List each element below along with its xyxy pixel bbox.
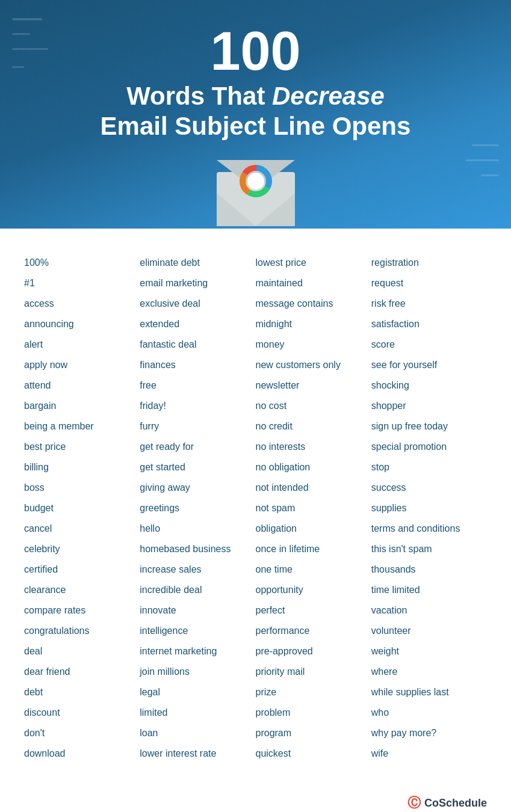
column-3: lowest pricemaintainedmessage containsmi… xyxy=(256,253,371,764)
word-item: registration xyxy=(371,253,487,273)
word-item: thousands xyxy=(371,559,487,580)
word-item: newsletter xyxy=(256,375,371,396)
word-item: money xyxy=(256,334,371,355)
word-item: furry xyxy=(140,416,255,437)
header: 100 Words That Decrease Email Subject Li… xyxy=(0,0,511,229)
word-item: dear friend xyxy=(24,662,140,682)
svg-point-5 xyxy=(247,173,264,189)
word-item: homebased business xyxy=(140,539,255,559)
word-item: request xyxy=(371,273,487,294)
word-item: obligation xyxy=(256,518,371,539)
word-item: perfect xyxy=(256,600,371,621)
word-item: download xyxy=(24,743,140,764)
word-item: legal xyxy=(140,682,255,703)
word-item: midnight xyxy=(256,314,371,334)
word-item: finances xyxy=(140,355,255,375)
word-item: volunteer xyxy=(371,621,487,641)
word-item: where xyxy=(371,662,487,682)
word-item: friday! xyxy=(140,396,255,416)
word-item: vacation xyxy=(371,600,487,621)
word-item: not spam xyxy=(256,498,371,518)
word-item: message contains xyxy=(256,294,371,314)
word-item: eliminate debt xyxy=(140,253,255,273)
word-item: apply now xyxy=(24,355,140,375)
word-item: best price xyxy=(24,437,140,457)
word-item: get ready for xyxy=(140,437,255,457)
word-item: one time xyxy=(256,559,371,580)
word-item: maintained xyxy=(256,273,371,294)
word-item: time limited xyxy=(371,580,487,600)
envelope-icon xyxy=(217,160,295,226)
word-item: cancel xyxy=(24,518,140,539)
word-item: limited xyxy=(140,703,255,723)
word-item: why pay more? xyxy=(371,723,487,743)
word-item: fantastic deal xyxy=(140,334,255,355)
word-item: success xyxy=(371,478,487,498)
word-item: problem xyxy=(256,703,371,723)
word-item: program xyxy=(256,723,371,743)
word-item: no credit xyxy=(256,416,371,437)
word-item: no interests xyxy=(256,437,371,457)
word-item: shocking xyxy=(371,375,487,396)
word-item: loan xyxy=(140,723,255,743)
word-item: increase sales xyxy=(140,559,255,580)
word-item: celebrity xyxy=(24,539,140,559)
word-item: get started xyxy=(140,457,255,478)
word-item: lower interest rate xyxy=(140,743,255,764)
word-item: quickest xyxy=(256,743,371,764)
word-item: pre-approved xyxy=(256,641,371,662)
column-2: eliminate debtemail marketingexclusive d… xyxy=(140,253,255,764)
word-item: exclusive deal xyxy=(140,294,255,314)
word-item: boss xyxy=(24,478,140,498)
word-item: no obligation xyxy=(256,457,371,478)
word-item: bargain xyxy=(24,396,140,416)
word-item: clearance xyxy=(24,580,140,600)
word-item: supplies xyxy=(371,498,487,518)
word-item: score xyxy=(371,334,487,355)
word-item: shopper xyxy=(371,396,487,416)
word-item: don't xyxy=(24,723,140,743)
word-item: extended xyxy=(140,314,255,334)
word-item: while supplies last xyxy=(371,682,487,703)
title-line1: Words That Decrease xyxy=(18,81,493,111)
word-item: giving away xyxy=(140,478,255,498)
word-item: attend xyxy=(24,375,140,396)
word-item: risk free xyxy=(371,294,487,314)
word-item: deal xyxy=(24,641,140,662)
word-item: join millions xyxy=(140,662,255,682)
logo-icon: Ⓒ xyxy=(407,794,421,812)
footer: Ⓒ CoSchedule xyxy=(0,782,511,812)
word-item: see for yourself xyxy=(371,355,487,375)
title-line2: Email Subject Line Opens xyxy=(18,111,493,141)
word-item: innovate xyxy=(140,600,255,621)
column-4: registrationrequestrisk freesatisfaction… xyxy=(371,253,487,764)
donut-chart-icon xyxy=(238,163,274,201)
word-item: billing xyxy=(24,457,140,478)
word-item: email marketing xyxy=(140,273,255,294)
word-item: opportunity xyxy=(256,580,371,600)
word-item: free xyxy=(140,375,255,396)
column-1: 100%#1accessannouncingalertapply nowatte… xyxy=(24,253,140,764)
word-item: being a member xyxy=(24,416,140,437)
word-item: internet marketing xyxy=(140,641,255,662)
word-item: special promotion xyxy=(371,437,487,457)
word-item: who xyxy=(371,703,487,723)
word-item: greetings xyxy=(140,498,255,518)
word-item: incredible deal xyxy=(140,580,255,600)
word-item: prize xyxy=(256,682,371,703)
logo-text: CoSchedule xyxy=(424,797,487,810)
word-item: lowest price xyxy=(256,253,371,273)
word-item: not intended xyxy=(256,478,371,498)
word-item: sign up free today xyxy=(371,416,487,437)
word-item: announcing xyxy=(24,314,140,334)
word-item: terms and conditions xyxy=(371,518,487,539)
word-item: performance xyxy=(256,621,371,641)
word-item: access xyxy=(24,294,140,314)
big-number: 100 xyxy=(18,24,493,78)
words-grid: 100%#1accessannouncingalertapply nowatte… xyxy=(24,253,487,764)
word-item: this isn't spam xyxy=(371,539,487,559)
word-item: wife xyxy=(371,743,487,764)
word-item: certified xyxy=(24,559,140,580)
word-item: #1 xyxy=(24,273,140,294)
word-item: hello xyxy=(140,518,255,539)
